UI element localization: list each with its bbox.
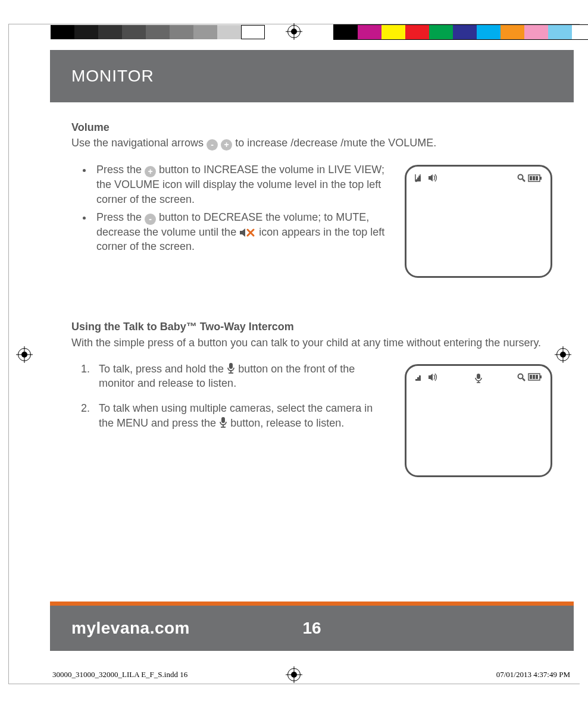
accent-rule — [50, 602, 574, 606]
svg-rect-26 — [530, 375, 532, 379]
svg-rect-17 — [417, 377, 419, 381]
section-title: MONITOR — [71, 67, 154, 85]
page-footer: mylevana.com 16 — [50, 606, 574, 651]
svg-rect-10 — [229, 363, 233, 369]
zoom-icon — [517, 174, 526, 182]
svg-rect-19 — [477, 374, 480, 379]
svg-rect-6 — [540, 177, 542, 180]
svg-line-23 — [523, 378, 525, 381]
print-slug: 30000_31000_32000_LILA E_F_S.indd 16 07/… — [52, 670, 570, 679]
footer-site: mylevana.com — [71, 619, 190, 638]
list-item: Press the + button to INCREASE the volum… — [93, 162, 390, 206]
svg-rect-13 — [221, 417, 225, 423]
registration-mark-icon — [18, 348, 31, 361]
intercom-intro: With the simple press of a button you ca… — [71, 336, 552, 350]
manual-page: MONITOR Volume Use the navigational arro… — [50, 50, 574, 663]
svg-rect-25 — [540, 375, 542, 378]
slug-timestamp: 07/01/2013 4:37:49 PM — [496, 670, 570, 679]
printer-color-bars — [0, 24, 588, 40]
signal-icon — [415, 373, 424, 381]
battery-icon — [528, 373, 542, 381]
microphone-icon — [219, 416, 227, 428]
svg-rect-16 — [415, 379, 417, 381]
svg-rect-7 — [530, 176, 532, 180]
svg-point-3 — [518, 175, 523, 180]
speaker-icon — [428, 174, 437, 182]
mute-icon — [239, 228, 256, 237]
speaker-icon — [428, 373, 437, 381]
zoom-icon — [517, 373, 526, 381]
monitor-screen-illustration — [405, 364, 552, 477]
microphone-icon — [227, 362, 235, 374]
svg-rect-18 — [419, 375, 421, 381]
page-number: 16 — [302, 619, 321, 638]
svg-rect-9 — [536, 176, 538, 180]
minus-icon: - — [207, 139, 218, 151]
section-header: MONITOR — [50, 50, 574, 102]
svg-line-4 — [523, 179, 525, 181]
svg-point-22 — [518, 374, 523, 378]
svg-rect-1 — [417, 178, 419, 181]
microphone-icon — [475, 373, 482, 384]
svg-rect-2 — [419, 176, 421, 181]
volume-heading: Volume — [71, 120, 552, 134]
volume-intro: Use the navigational arrows - + to incre… — [71, 136, 552, 151]
plus-icon: + — [221, 139, 232, 151]
plus-icon: + — [145, 166, 156, 177]
svg-rect-27 — [533, 375, 535, 379]
battery-icon — [528, 174, 542, 182]
list-item: Press the - button to DECREASE the volum… — [93, 210, 390, 254]
signal-icon — [415, 174, 424, 182]
volume-section: Volume Use the navigational arrows - + t… — [71, 120, 552, 278]
svg-rect-28 — [536, 375, 538, 379]
svg-rect-0 — [415, 180, 417, 181]
svg-rect-8 — [533, 176, 535, 180]
volume-instruction-list: Press the + button to INCREASE the volum… — [71, 162, 390, 253]
intercom-section: Using the Talk to Baby™ Two-Way Intercom… — [71, 319, 552, 477]
intercom-instruction-list: To talk, press and hold the button on th… — [71, 362, 390, 430]
monitor-screen-illustration — [405, 165, 552, 278]
intercom-heading: Using the Talk to Baby™ Two-Way Intercom — [71, 319, 552, 334]
minus-icon: - — [145, 214, 156, 225]
list-item: To talk when using multiple cameras, sel… — [93, 401, 390, 430]
list-item: To talk, press and hold the button on th… — [93, 362, 390, 391]
slug-file: 30000_31000_32000_LILA E_F_S.indd 16 — [52, 670, 187, 679]
